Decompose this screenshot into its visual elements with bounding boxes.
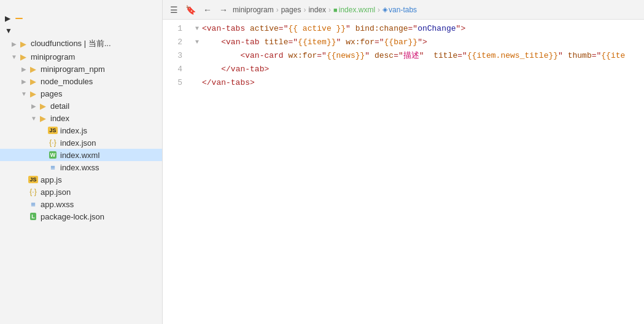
file-type-icon-package-lock.json: L — [28, 211, 38, 221]
tree-item-package-lock.json[interactable]: L package-lock.json — [0, 210, 162, 223]
breadcrumb-sep-4: › — [378, 6, 380, 14]
file-type-icon-node_modules: ▶ — [28, 76, 38, 86]
token-space — [370, 49, 374, 63]
folder-arrow: ▶ — [29, 103, 38, 109]
tree-item-app.wxss[interactable]: ≡ app.wxss — [0, 198, 162, 210]
folder-arrow: ▶ — [10, 41, 18, 47]
token-attr-name: wx:for — [288, 49, 317, 63]
tree-item-miniprogram_npm[interactable]: ▶ ▶ miniprogram_npm — [0, 63, 162, 75]
tree-item-cloudfunctions[interactable]: ▶ ▶ cloudfunctions | 当前... — [0, 37, 162, 50]
token-bracket: > — [250, 76, 255, 90]
editor-toolbar: ☰ 🔖 ← → miniprogram › pages › index › ■ … — [163, 0, 644, 20]
breadcrumb-index[interactable]: index — [308, 6, 326, 14]
tree-item-pages[interactable]: ▼ ▶ pages — [0, 87, 162, 100]
tree-item-index[interactable]: ▼ ▶ index — [0, 112, 162, 124]
token-space — [245, 22, 250, 36]
file-type-icon-index.js: JS — [48, 125, 58, 135]
code-line-4: </van-tab> — [192, 63, 644, 76]
open-editors-section[interactable]: ▶ — [0, 12, 162, 25]
token-indent — [202, 63, 221, 76]
line-num-4: 4 — [168, 63, 182, 76]
project-section-header[interactable]: ▼ — [0, 25, 162, 37]
code-line-2: ▼ <van-tab title="{{item}}" wx:for="{{ba… — [192, 36, 644, 49]
token-bracket: " — [365, 49, 370, 63]
folder-arrow: ▶ — [20, 66, 28, 73]
token-indent — [202, 36, 221, 49]
file-type-icon-app.wxss: ≡ — [28, 199, 38, 209]
tree-item-index.wxss[interactable]: ≡ index.wxss — [0, 161, 162, 173]
tree-item-index.wxml[interactable]: W index.wxml — [0, 149, 162, 161]
tree-item-label-index.wxml: index.wxml — [60, 151, 99, 160]
main-editor: ☰ 🔖 ← → miniprogram › pages › index › ■ … — [163, 0, 644, 324]
token-bracket: =" — [592, 49, 602, 63]
token-chinese-str: 描述 — [403, 49, 419, 63]
token-bracket: =" — [317, 49, 327, 63]
line-numbers: 12345 — [163, 20, 187, 324]
token-bracket: " — [456, 22, 461, 36]
sidebar: ▶ ▼ ▶ ▶ cloudfunctions | 当前... ▼ ▶ minip… — [0, 0, 163, 324]
breadcrumb-vantabs[interactable]: ◈ van-tabs — [382, 6, 417, 14]
vantabs-icon: ◈ — [382, 6, 387, 14]
token-attr-name: thumb — [568, 49, 592, 63]
token-mustache: {{bar}} — [384, 36, 418, 49]
breadcrumb-pages[interactable]: pages — [281, 6, 301, 14]
token-space — [351, 22, 355, 36]
token-tag: van-tab — [226, 36, 260, 49]
token-space — [424, 49, 434, 63]
tree-item-label-app.js: app.js — [41, 175, 62, 184]
token-mustache: {{ active }} — [288, 22, 346, 36]
tree-item-index.js[interactable]: JS index.js — [0, 124, 162, 136]
file-type-icon-app.js: JS — [28, 175, 38, 184]
code-line-1: ▼<van-tabs active="{{ active }}" bind:ch… — [192, 22, 644, 36]
token-bracket: " — [346, 22, 351, 36]
tree-item-index.json[interactable]: {·} index.json — [0, 136, 162, 149]
token-space — [341, 36, 346, 49]
fold-arrow-1[interactable]: ▼ — [192, 22, 202, 36]
token-attr-name: desc — [374, 49, 394, 63]
list-icon-button[interactable]: ☰ — [168, 4, 180, 16]
tree-item-label-app.wxss: app.wxss — [41, 200, 74, 209]
tree-item-label-node_modules: node_modules — [41, 77, 93, 86]
sidebar-header — [0, 0, 162, 12]
back-button[interactable]: ← — [201, 4, 214, 16]
token-tag: van-card — [245, 49, 283, 63]
tree-item-miniprogram[interactable]: ▼ ▶ miniprogram — [0, 50, 162, 63]
line-num-1: 1 — [168, 22, 182, 36]
code-area[interactable]: ▼<van-tabs active="{{ active }}" bind:ch… — [187, 20, 644, 324]
project-arrow: ▼ — [5, 26, 12, 35]
tree-item-label-miniprogram: miniprogram — [31, 52, 75, 61]
bookmark-button[interactable]: 🔖 — [183, 4, 198, 16]
token-bracket: < — [221, 36, 226, 49]
breadcrumb: miniprogram › pages › index › ■ index.wx… — [233, 6, 639, 14]
token-attr-value-str: onChange — [417, 22, 456, 36]
folder-arrow: ▶ — [20, 78, 28, 85]
file-type-icon-pages: ▶ — [28, 89, 38, 98]
token-bracket: > — [422, 36, 427, 49]
tree-item-node_modules[interactable]: ▶ ▶ node_modules — [0, 75, 162, 87]
token-bracket: " — [417, 36, 422, 49]
tree-item-label-package-lock.json: package-lock.json — [41, 212, 104, 221]
token-space — [563, 49, 568, 63]
forward-button[interactable]: → — [217, 4, 230, 16]
breadcrumb-sep-1: › — [276, 6, 279, 14]
token-attr-name: bind:change — [355, 22, 408, 36]
tree-item-detail[interactable]: ▶ ▶ detail — [0, 100, 162, 112]
sidebar-menu-icon[interactable] — [150, 5, 155, 7]
code-line-3: <van-card wx:for="{{news}}" desc="描述" ti… — [192, 49, 644, 63]
file-type-icon-cloudfunctions: ▶ — [18, 39, 28, 49]
tree-item-label-index.wxss: index.wxss — [60, 163, 99, 172]
token-mustache: {{item.news_title}} — [467, 49, 558, 63]
fold-arrow-2[interactable]: ▼ — [192, 36, 202, 49]
tree-item-app.js[interactable]: JS app.js — [0, 173, 162, 186]
folder-arrow: ▼ — [10, 53, 18, 60]
token-bracket: =" — [279, 22, 289, 36]
file-type-icon-index.wxml: W — [48, 150, 58, 160]
tree-item-label-detail: detail — [50, 101, 69, 111]
token-bracket: " — [558, 49, 563, 63]
token-attr-name: title — [264, 36, 288, 49]
breadcrumb-indexwxml[interactable]: ■ index.wxml — [333, 6, 375, 14]
folder-arrow: ▼ — [20, 90, 28, 97]
breadcrumb-miniprogram[interactable]: miniprogram — [233, 6, 274, 14]
tree-item-app.json[interactable]: {·} app.json — [0, 186, 162, 198]
tree-item-label-index.js: index.js — [60, 126, 87, 135]
